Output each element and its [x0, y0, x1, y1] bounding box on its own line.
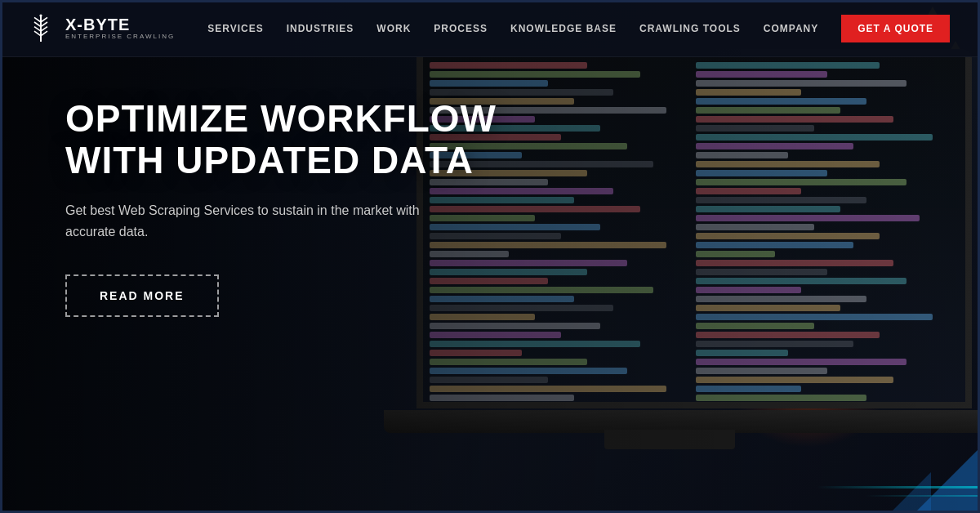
svg-line-7 [34, 31, 41, 36]
brand-tagline: ENTERPRISE CRAWLING [65, 33, 175, 40]
hero-subtitle: Get best Web Scraping Services to sustai… [65, 200, 457, 242]
nav-link-industries[interactable]: INDUSTRIES [287, 23, 354, 34]
svg-line-2 [41, 17, 47, 22]
svg-line-1 [34, 17, 41, 22]
get-quote-button[interactable]: GET A QUOTE [841, 15, 950, 42]
hero-title: OPTIMIZE WORKFLOW WITH UPDATED DATA [65, 98, 539, 181]
brand-name: X-BYTE [65, 16, 175, 33]
navbar: X-BYTE ENTERPRISE CRAWLING SERVICES INDU… [0, 0, 980, 57]
hero-content: OPTIMIZE WORKFLOW WITH UPDATED DATA Get … [65, 98, 539, 317]
nav-link-services[interactable]: SERVICES [207, 23, 263, 34]
nav-links: SERVICES INDUSTRIES WORK PROCESS KNOWLED… [207, 15, 956, 42]
page-wrapper: X-BYTE ENTERPRISE CRAWLING SERVICES INDU… [0, 0, 980, 513]
svg-line-8 [41, 31, 47, 36]
svg-point-9 [39, 14, 42, 16]
nav-link-crawling-tools[interactable]: CRAWLING TOOLS [639, 23, 741, 34]
logo-link[interactable]: X-BYTE ENTERPRISE CRAWLING [24, 12, 175, 45]
logo-text: X-BYTE ENTERPRISE CRAWLING [65, 16, 175, 40]
nav-link-knowledge-base[interactable]: KNOWLEDGE BASE [510, 23, 617, 34]
svg-line-3 [34, 22, 41, 27]
nav-link-company[interactable]: COMPANY [764, 23, 818, 34]
nav-link-work[interactable]: WORK [376, 23, 411, 34]
logo-icon [24, 12, 57, 45]
svg-line-5 [34, 26, 41, 31]
svg-line-4 [41, 22, 47, 27]
read-more-button[interactable]: READ MORE [65, 274, 219, 317]
nav-link-process[interactable]: PROCESS [434, 23, 488, 34]
svg-line-6 [41, 26, 47, 31]
